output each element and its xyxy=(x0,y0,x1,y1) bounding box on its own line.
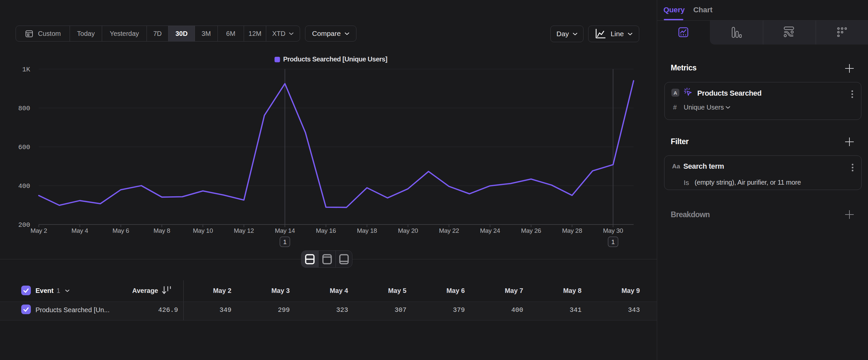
svg-text:May 16: May 16 xyxy=(316,227,336,234)
svg-text:May 4: May 4 xyxy=(72,227,89,234)
svg-text:May 20: May 20 xyxy=(398,227,418,234)
svg-text:May 18: May 18 xyxy=(357,227,377,234)
svg-text:May 26: May 26 xyxy=(521,227,541,234)
svg-text:May 24: May 24 xyxy=(480,227,500,234)
svg-text:1: 1 xyxy=(611,239,615,245)
svg-text:400: 400 xyxy=(18,182,30,190)
svg-text:200: 200 xyxy=(18,221,30,229)
svg-text:May 2: May 2 xyxy=(31,227,47,234)
svg-text:Products Searched [Unique User: Products Searched [Unique Users] xyxy=(283,55,387,63)
svg-text:May 14: May 14 xyxy=(275,227,295,234)
svg-text:1: 1 xyxy=(283,239,287,245)
svg-text:May 22: May 22 xyxy=(439,227,459,234)
svg-text:May 8: May 8 xyxy=(154,227,170,234)
svg-text:May 30: May 30 xyxy=(603,227,623,234)
svg-text:May 6: May 6 xyxy=(113,227,129,234)
svg-text:600: 600 xyxy=(18,143,30,151)
svg-text:800: 800 xyxy=(18,105,30,112)
svg-text:May 12: May 12 xyxy=(234,227,254,234)
svg-text:May 28: May 28 xyxy=(562,227,582,234)
svg-text:1K: 1K xyxy=(22,66,30,74)
svg-text:May 10: May 10 xyxy=(193,227,213,234)
